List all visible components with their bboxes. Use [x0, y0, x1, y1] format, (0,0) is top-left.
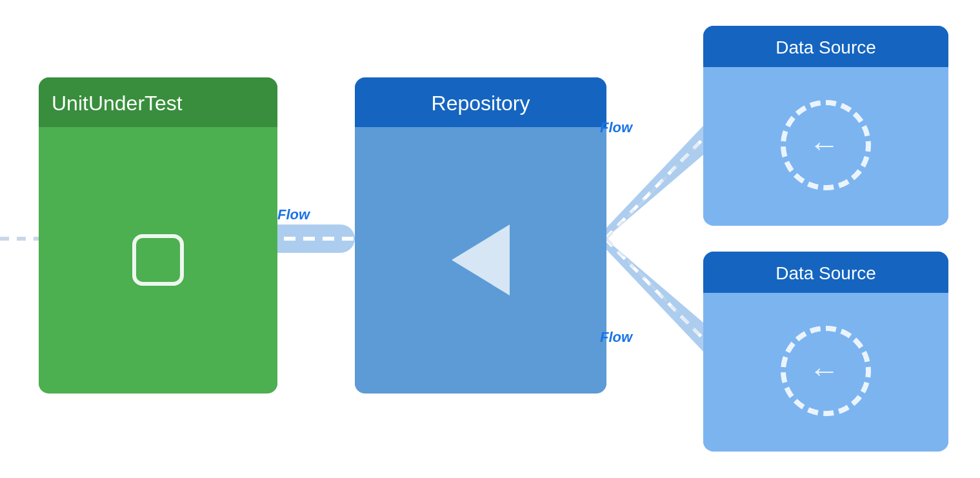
- flow-label-top: Flow: [600, 119, 632, 136]
- unit-square-icon: [132, 234, 184, 286]
- flow-label-main: Flow: [277, 206, 310, 223]
- svg-line-7: [606, 139, 703, 239]
- data-source-bottom-box: Data Source ←: [703, 252, 948, 452]
- repository-body: [355, 127, 606, 393]
- data-source-top-body: ←: [703, 67, 948, 223]
- flow-label-bottom: Flow: [600, 329, 632, 346]
- data-source-top-arrow: ←: [809, 130, 840, 161]
- repository-header: Repository: [355, 77, 606, 127]
- data-source-bottom-label: Data Source: [775, 263, 876, 283]
- data-source-top-label: Data Source: [775, 37, 876, 57]
- data-source-bottom-header: Data Source: [703, 252, 948, 293]
- repository-box: Repository: [355, 77, 606, 393]
- data-source-bottom-arrow: ←: [809, 355, 840, 386]
- svg-line-8: [606, 239, 703, 339]
- data-source-top-box: Data Source ←: [703, 26, 948, 226]
- svg-line-4: [605, 139, 703, 239]
- data-source-bottom-body: ←: [703, 293, 948, 449]
- unit-under-test-box: UnitUnderTest: [39, 77, 277, 393]
- repository-label: Repository: [432, 92, 530, 115]
- unit-under-test-header: UnitUnderTest: [39, 77, 277, 127]
- unit-under-test-body: [39, 127, 277, 393]
- svg-line-6: [605, 239, 703, 339]
- unit-under-test-label: UnitUnderTest: [52, 92, 183, 115]
- diagram-container: UnitUnderTest Flow Repository Flow Flow …: [0, 0, 980, 478]
- data-source-bottom-circle: ←: [781, 326, 871, 416]
- data-source-top-header: Data Source: [703, 26, 948, 67]
- repository-triangle-icon: [452, 224, 510, 295]
- svg-marker-3: [605, 126, 703, 239]
- data-source-top-circle: ←: [781, 100, 871, 190]
